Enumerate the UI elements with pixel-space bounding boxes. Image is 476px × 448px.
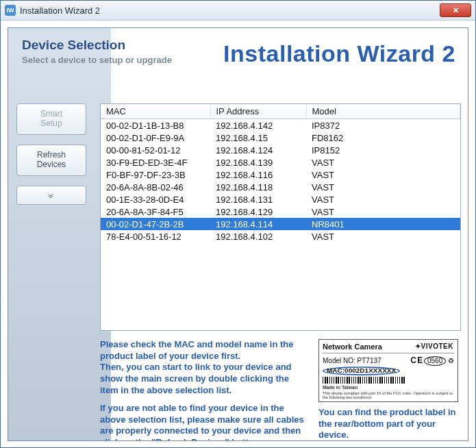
- cell-ip: 192.168.4.131: [210, 193, 306, 206]
- cell-ip: 192.168.4.124: [210, 144, 306, 156]
- chevron-down-icon: »: [46, 194, 57, 197]
- help-paragraph-2: If you are not able to find your device …: [100, 403, 308, 441]
- table-row[interactable]: 00-02-D1-1B-13-B8192.168.4.142IP8372: [101, 119, 460, 132]
- ce-mark-icon: C E: [410, 356, 422, 365]
- cell-ip: 192.168.4.139: [210, 156, 306, 169]
- cell-model: VAST: [306, 230, 460, 242]
- wizard-big-title: Installation Wizard 2: [223, 40, 455, 67]
- cell-model: IP8372: [306, 119, 460, 132]
- smart-setup-button[interactable]: Smart Setup: [16, 103, 86, 135]
- label-fine-print-2: (1)This device may not cause harmful int…: [323, 401, 454, 403]
- label-oval-number: 0560: [424, 356, 446, 366]
- cell-ip: 192.168.4.15: [210, 132, 306, 144]
- cell-mac: F0-BF-97-DF-23-3B: [101, 169, 210, 181]
- label-fine-print-1: This device complies with part 15 of the…: [323, 391, 454, 399]
- cell-mac: 20-6A-8A-8B-02-46: [101, 181, 210, 193]
- label-model-no: Model NO: PT7137: [323, 357, 381, 364]
- smart-setup-label-1: Smart: [40, 110, 62, 119]
- col-ip[interactable]: IP Address: [210, 104, 306, 119]
- app-window: IW Installation Wizard 2 ✕ Device Select…: [0, 0, 476, 448]
- refresh-label-2: Devices: [37, 160, 66, 170]
- label-caption: You can find the product label in the re…: [318, 407, 461, 441]
- col-model[interactable]: Model: [306, 104, 460, 119]
- cell-ip: 192.168.4.118: [210, 181, 306, 193]
- table-row[interactable]: 30-F9-ED-ED-3E-4F192.168.4.139VAST: [101, 156, 460, 169]
- close-icon: ✕: [453, 6, 459, 15]
- help-text: Please check the MAC and model name in t…: [100, 339, 308, 441]
- main-panel: Device Selection Select a device to setu…: [8, 27, 468, 441]
- table-header-row[interactable]: MAC IP Address Model: [101, 104, 460, 119]
- table-row[interactable]: 00-02-D1-47-2B-2B192.168.4.114NR8401: [101, 218, 460, 230]
- window-title: Installation Wizard 2: [20, 5, 440, 16]
- cell-mac: 00-00-81-52-01-12: [101, 144, 210, 156]
- table-row[interactable]: 00-02-D1-0F-E9-9A192.168.4.15FD8162: [101, 132, 460, 144]
- table-row[interactable]: 00-1E-33-28-0D-E4192.168.4.131VAST: [101, 193, 460, 206]
- cell-mac: 20-6A-8A-3F-84-F5: [101, 206, 210, 218]
- cell-model: FD8162: [306, 132, 460, 144]
- label-title: Network Camera: [323, 343, 382, 351]
- cell-model: IP8152: [306, 144, 460, 156]
- cell-mac: 78-E4-00-51-16-12: [101, 230, 210, 242]
- refresh-label-1: Refresh: [37, 151, 66, 160]
- device-table[interactable]: MAC IP Address Model 00-02-D1-1B-13-B819…: [100, 103, 461, 331]
- col-mac[interactable]: MAC: [101, 104, 210, 119]
- cell-ip: 192.168.4.114: [210, 218, 306, 230]
- table-row[interactable]: 78-E4-00-51-16-12192.168.4.102VAST: [101, 230, 460, 242]
- table-row[interactable]: 00-00-81-52-01-12192.168.4.124IP8152: [101, 144, 460, 156]
- smart-setup-label-2: Setup: [40, 119, 62, 129]
- cell-ip: 192.168.4.102: [210, 230, 306, 242]
- cell-model: VAST: [306, 206, 460, 218]
- sidebar: Smart Setup Refresh Devices »: [14, 103, 89, 214]
- product-label-box: Network Camera ✦VIVOTEK Model NO: PT7137…: [318, 339, 461, 441]
- product-label: Network Camera ✦VIVOTEK Model NO: PT7137…: [318, 339, 458, 402]
- cell-ip: 192.168.4.129: [210, 206, 306, 218]
- app-icon: IW: [5, 5, 16, 16]
- expand-button[interactable]: »: [16, 186, 86, 205]
- sidebar-gradient: [8, 28, 111, 440]
- content-frame: Device Selection Select a device to setu…: [1, 21, 475, 448]
- close-button[interactable]: ✕: [440, 3, 471, 17]
- barcode-icon: [323, 377, 405, 384]
- label-made-in: Made in Taiwan: [323, 385, 454, 390]
- label-brand: ✦VIVOTEK: [415, 343, 453, 350]
- cell-model: VAST: [306, 156, 460, 169]
- help-paragraph-1: Please check the MAC and model name in t…: [100, 339, 308, 396]
- cell-mac: 00-02-D1-1B-13-B8: [101, 119, 210, 132]
- cell-model: VAST: [306, 181, 460, 193]
- cell-mac: 00-02-D1-0F-E9-9A: [101, 132, 210, 144]
- titlebar: IW Installation Wizard 2 ✕: [1, 1, 475, 21]
- help-area: Please check the MAC and model name in t…: [100, 339, 461, 441]
- main-area: MAC IP Address Model 00-02-D1-1B-13-B819…: [100, 103, 461, 441]
- cell-mac: 00-1E-33-28-0D-E4: [101, 193, 210, 206]
- table-row[interactable]: 20-6A-8A-8B-02-46192.168.4.118VAST: [101, 181, 460, 193]
- cell-model: VAST: [306, 193, 460, 206]
- cell-mac: 30-F9-ED-ED-3E-4F: [101, 156, 210, 169]
- cell-model: VAST: [306, 169, 460, 181]
- cell-model: NR8401: [306, 218, 460, 230]
- label-mac: MAC:0002D1XXXXXX: [323, 366, 400, 375]
- cell-mac: 00-02-D1-47-2B-2B: [101, 218, 210, 230]
- cell-ip: 192.168.4.116: [210, 169, 306, 181]
- recycle-icon: ♻: [448, 357, 454, 364]
- table-row[interactable]: F0-BF-97-DF-23-3B192.168.4.116VAST: [101, 169, 460, 181]
- refresh-devices-button[interactable]: Refresh Devices: [16, 145, 86, 176]
- table-row[interactable]: 20-6A-8A-3F-84-F5192.168.4.129VAST: [101, 206, 460, 218]
- cell-ip: 192.168.4.142: [210, 119, 306, 132]
